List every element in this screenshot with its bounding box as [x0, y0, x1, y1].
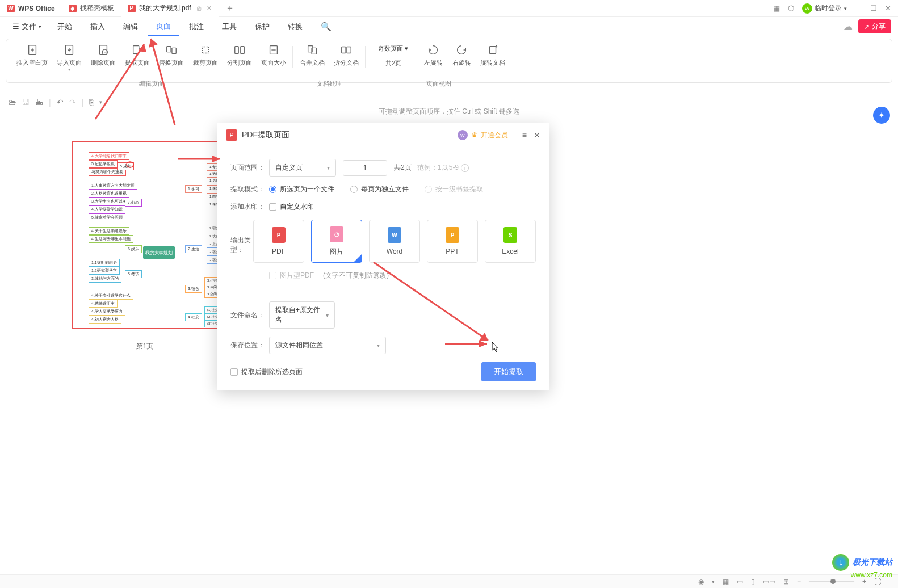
close-tab-icon[interactable]: ✕ — [207, 5, 212, 12]
page-range-select[interactable]: 自定义页 ▾ — [269, 159, 336, 177]
side-fab-button[interactable]: ✦ — [873, 107, 890, 124]
svg-rect-16 — [342, 47, 346, 53]
output-pdf-option[interactable]: PPDF — [253, 220, 304, 263]
savepath-select[interactable]: 源文件相同位置 ▾ — [269, 337, 386, 354]
share-label: 分享 — [872, 22, 886, 31]
delete-after-checkbox[interactable]: 提取后删除所选页面 — [230, 367, 303, 377]
eye-icon[interactable]: ◉ — [698, 578, 704, 586]
avatar-icon: W — [458, 130, 468, 140]
output-image-option[interactable]: ◔图片 — [311, 220, 362, 263]
page-preview: 我的大学规划 4.大学能给我们带来 5.记忆学姐说 与努力哪个先重要 5.规划 … — [72, 141, 218, 329]
templates-tab[interactable]: ◆ 找稻壳模板 — [62, 0, 121, 17]
page-thumbnail[interactable]: 我的大学规划 4.大学能给我们带来 5.记忆学姐说 与努力哪个先重要 5.规划 … — [72, 141, 218, 351]
fit-width-icon[interactable]: ⊞ — [783, 578, 789, 586]
output-excel-option[interactable]: SExcel — [485, 220, 536, 263]
chevron-down-icon[interactable]: ▾ — [99, 99, 102, 105]
mode-one-file-radio[interactable]: 所选页为一个文件 — [269, 184, 334, 194]
menu-protect[interactable]: 保护 — [247, 18, 278, 35]
chevron-down-icon: ▾ — [405, 45, 408, 52]
extract-page-button[interactable]: 提取页面 — [120, 43, 154, 68]
merge-doc-icon — [306, 44, 318, 56]
split-page-button[interactable]: 分割页面 — [223, 43, 257, 68]
mode-per-page-radio[interactable]: 每页为独立文件 — [350, 184, 409, 194]
filename-select[interactable]: 提取自+原文件名 ▾ — [269, 301, 335, 329]
zoom-slider[interactable] — [809, 581, 854, 582]
split-doc-button[interactable]: 拆分文档 — [329, 43, 363, 68]
page-range-label: 页面范围： — [230, 163, 269, 173]
new-tab-button[interactable]: ＋ — [219, 0, 241, 17]
menu-annotate[interactable]: 批注 — [181, 18, 212, 35]
output-word-option[interactable]: WWord — [369, 220, 420, 263]
vip-link[interactable]: 开通会员 — [481, 131, 508, 140]
menu-page[interactable]: 页面 — [148, 18, 179, 36]
merge-doc-button[interactable]: 合并文档 — [295, 43, 329, 68]
checkbox-icon — [269, 272, 276, 279]
pdf-icon: P — [226, 129, 237, 141]
crop-page-button[interactable]: 裁剪页面 — [188, 43, 223, 68]
radio-icon — [269, 186, 276, 193]
odd-pages-select[interactable]: 奇数页面 ▾ — [374, 43, 413, 54]
info-icon[interactable]: i — [461, 164, 469, 172]
zoom-in-icon[interactable]: + — [862, 578, 866, 586]
custom-watermark-checkbox[interactable]: 自定义水印 — [269, 202, 314, 212]
menu-tools[interactable]: 工具 — [214, 18, 245, 35]
output-ppt-option[interactable]: PPPT — [427, 220, 478, 263]
document-tab[interactable]: P 我的大学规划.pdf ⎚ ✕ — [121, 0, 219, 17]
menu-icon[interactable]: ≡ — [522, 131, 527, 140]
delete-page-button[interactable]: 删除页面 — [86, 43, 120, 68]
undo-icon[interactable]: ↶ — [57, 98, 64, 107]
page-range-row: 页面范围： 自定义页 ▾ 共2页 范例：1,3,5-9 i — [230, 159, 536, 177]
save-icon[interactable]: 🖫 — [22, 98, 30, 107]
delete-page-icon — [97, 44, 110, 56]
zoom-out-icon[interactable]: − — [797, 578, 801, 586]
cube-icon[interactable]: ⬡ — [788, 4, 794, 12]
cloud-icon[interactable]: ☁ — [844, 21, 853, 32]
grid-icon[interactable]: ▦ — [773, 4, 780, 12]
share-button[interactable]: ↗ 分享 — [858, 19, 891, 33]
svg-rect-9 — [172, 48, 176, 53]
copy-icon[interactable]: ⎘ — [89, 98, 94, 107]
redo-icon[interactable]: ↷ — [69, 98, 76, 107]
replace-page-button[interactable]: 替换页面 — [154, 43, 188, 68]
print-icon[interactable]: 🖶 — [35, 98, 43, 107]
rotate-left-button[interactable]: 左旋转 — [419, 43, 447, 68]
insert-blank-page-button[interactable]: 插入空白页 — [12, 43, 52, 68]
search-button[interactable]: 🔍 — [313, 18, 339, 35]
minimize-icon[interactable]: ― — [855, 4, 862, 12]
file-menu[interactable]: ☰ 文件 ▾ — [7, 19, 47, 34]
chevron-down-icon: ▾ — [377, 342, 380, 348]
rotate-doc-button[interactable]: 旋转文档 — [476, 43, 510, 68]
hamburger-icon: ☰ — [12, 22, 19, 31]
filename-label: 文件命名： — [230, 310, 269, 320]
menu-insert[interactable]: 插入 — [82, 18, 113, 35]
close-dialog-icon[interactable]: ✕ — [534, 131, 540, 140]
single-page-icon[interactable]: ▭ — [737, 578, 743, 586]
rotate-right-button[interactable]: 右旋转 — [447, 43, 476, 68]
grid-view-icon[interactable]: ▦ — [723, 578, 729, 586]
chevron-down-icon[interactable]: ▾ — [712, 579, 715, 585]
continuous-icon[interactable]: ▯ — [751, 578, 755, 586]
app-tab[interactable]: W WPS Office — [0, 0, 62, 17]
titlebar-right: ▦ ⬡ W 临时登录 ▾ ― ☐ ✕ — [773, 3, 898, 14]
open-icon[interactable]: 🗁 — [8, 98, 16, 107]
save-location-row: 保存位置： 源文件相同位置 ▾ — [230, 337, 536, 354]
import-page-button[interactable]: 导入页面▾ — [52, 43, 86, 73]
two-page-icon[interactable]: ▭▭ — [763, 578, 775, 586]
watermark-name: 极光下载站 — [853, 557, 892, 568]
menu-edit[interactable]: 编辑 — [115, 18, 146, 35]
rotate-right-icon — [455, 44, 468, 56]
mode-bookmark-radio[interactable]: 按一级书签提取 — [425, 184, 483, 194]
page-number-input[interactable] — [343, 160, 387, 176]
filename-row: 文件命名： 提取自+原文件名 ▾ — [230, 301, 536, 329]
close-window-icon[interactable]: ✕ — [885, 4, 891, 12]
menu-convert[interactable]: 转换 — [280, 18, 310, 35]
fullscreen-icon[interactable]: ⛶ — [874, 578, 881, 586]
tools-icon: ✦ — [878, 111, 885, 120]
menu-start[interactable]: 开始 — [49, 18, 80, 35]
page-size-button[interactable]: 页面大小 — [257, 43, 291, 68]
maximize-icon[interactable]: ☐ — [870, 4, 877, 12]
image-pdf-checkbox: 图片型PDF — [269, 271, 314, 280]
menubar: ☰ 文件 ▾ 开始 插入 编辑 页面 批注 工具 保护 转换 🔍 ☁ ↗ 分享 — [0, 17, 898, 36]
login-button[interactable]: W 临时登录 ▾ — [802, 3, 847, 14]
start-extract-button[interactable]: 开始提取 — [481, 362, 536, 381]
